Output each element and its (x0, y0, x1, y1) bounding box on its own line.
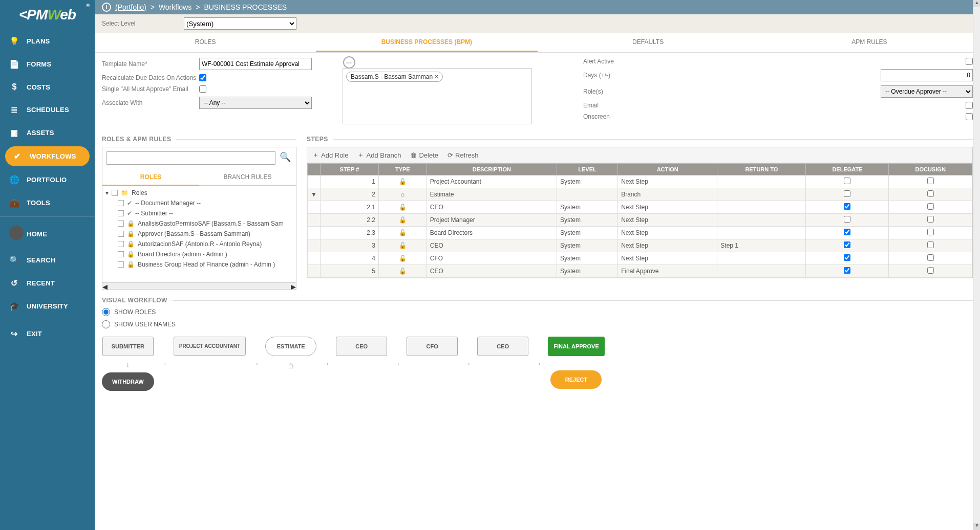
tree-item[interactable]: ✔-- Submitter -- (104, 208, 294, 218)
tree-scrollbar[interactable]: ◀▶ (102, 283, 296, 289)
step-row[interactable]: 1🔓Project AccountantSystemNext Step (308, 175, 972, 188)
breadcrumb-portfolio[interactable]: (Portfolio) (115, 3, 146, 11)
expand-icon[interactable] (308, 239, 321, 252)
template-name-input[interactable] (199, 58, 312, 70)
onscreen-checkbox[interactable] (966, 113, 973, 120)
tree-item[interactable]: 🔒Approver (Bassam.S - Bassam Samman) (104, 229, 294, 239)
roles-dropdown[interactable]: -- Overdue Approver -- (881, 85, 973, 98)
nav-university[interactable]: 🎓UNIVERSITY (0, 295, 95, 318)
doc-checkbox[interactable] (927, 241, 934, 248)
delete-button[interactable]: 🗑Delete (410, 150, 438, 160)
doc-checkbox[interactable] (927, 203, 934, 210)
del-checkbox[interactable] (844, 267, 850, 274)
nav-forms[interactable]: 📄FORMS (0, 53, 95, 76)
users-tag-area[interactable]: ••• Bassam.S - Bassam Samman× (343, 68, 532, 124)
expand-icon[interactable] (308, 175, 321, 188)
tab-roles[interactable]: ROLES (95, 33, 316, 52)
nav-schedules[interactable]: ≣SCHEDULES (0, 98, 95, 121)
nav-plans[interactable]: 💡PLANS (0, 30, 95, 53)
show-users-radio[interactable]: SHOW USER NAMES (102, 320, 973, 328)
email-checkbox[interactable] (966, 102, 973, 109)
show-roles-radio[interactable]: SHOW ROLES (102, 308, 973, 316)
tree-checkbox[interactable] (118, 200, 124, 206)
flow-estimate[interactable]: ESTIMATE (265, 337, 316, 356)
tree-checkbox[interactable] (118, 210, 124, 216)
nav-exit[interactable]: ↪EXIT (0, 322, 95, 345)
step-row[interactable]: ▼2⌂EstimateBranch (308, 188, 972, 201)
doc-checkbox[interactable] (927, 178, 934, 184)
tree-checkbox[interactable] (118, 241, 124, 247)
tree-item[interactable]: 🔒Business Group Head of Finance (admin -… (104, 259, 294, 270)
tree-item[interactable]: 🔒AnalisisGastoPermisoSAF (Bassam.S - Bas… (104, 218, 294, 229)
flow-ceo-2[interactable]: CEO (477, 337, 528, 356)
del-checkbox[interactable] (844, 229, 850, 235)
nav-assets[interactable]: ▦ASSETS (0, 121, 95, 144)
step-row[interactable]: 5🔓CEOSystemFinal Approve (308, 265, 972, 278)
nav-search[interactable]: 🔍SEARCH (0, 249, 95, 272)
nav-home[interactable]: HOME (0, 219, 95, 249)
refresh-button[interactable]: ⟳Refresh (448, 150, 479, 160)
tab-apm-rules[interactable]: APM RULES (759, 33, 980, 52)
doc-checkbox[interactable] (927, 267, 934, 274)
tab-defaults[interactable]: DEFAULTS (538, 33, 759, 52)
nav-tools[interactable]: 💼TOOLS (0, 191, 95, 214)
flow-cfo[interactable]: CFO (407, 337, 458, 356)
flow-project-accountant[interactable]: PROJECT ACCOUNTANT (174, 337, 246, 356)
alert-active-checkbox[interactable] (966, 58, 973, 65)
tree-checkbox[interactable] (118, 220, 124, 227)
expand-icon[interactable] (308, 252, 321, 265)
expand-icon[interactable] (308, 227, 321, 239)
step-row[interactable]: 2.3🔓Board DirectorsSystemNext Step (308, 227, 972, 239)
nav-portfolio[interactable]: 🌐PORTFOLIO (0, 168, 95, 191)
associate-dropdown[interactable]: -- Any -- (199, 97, 312, 109)
add-role-button[interactable]: ＋Add Role (312, 150, 348, 160)
tree-checkbox[interactable] (118, 261, 124, 268)
del-checkbox[interactable] (844, 241, 850, 248)
tree-item[interactable]: 🔒AutorizacionSAF (Antonio.R - Antonio Re… (104, 239, 294, 249)
single-email-checkbox[interactable] (199, 85, 206, 93)
doc-checkbox[interactable] (927, 216, 934, 223)
roles-tab-roles[interactable]: ROLES (102, 169, 199, 186)
flow-reject[interactable]: REJECT (550, 370, 602, 389)
del-checkbox[interactable] (844, 254, 850, 261)
tree-item[interactable]: ✔-- Document Manager -- (104, 198, 294, 208)
days-input[interactable] (881, 69, 973, 81)
expand-icon[interactable] (308, 201, 321, 214)
flow-final-approve[interactable]: FINAL APPROVE (548, 337, 605, 356)
search-icon[interactable]: 🔍 (279, 151, 292, 165)
step-row[interactable]: 4🔓CFOSystemNext Step (308, 252, 972, 265)
del-checkbox[interactable] (844, 216, 850, 223)
more-icon[interactable]: ••• (343, 56, 355, 69)
del-checkbox[interactable] (844, 203, 850, 210)
del-checkbox[interactable] (844, 190, 850, 197)
del-checkbox[interactable] (844, 178, 850, 184)
nav-costs[interactable]: $COSTS (0, 76, 95, 98)
nav-recent[interactable]: ↺RECENT (0, 272, 95, 295)
flow-ceo-1[interactable]: CEO (336, 337, 387, 356)
nav-workflows[interactable]: ✔WORKFLOWS (5, 146, 90, 166)
step-row[interactable]: 2.2🔓Project ManagerSystemNext Step (308, 214, 972, 227)
roles-search-input[interactable] (106, 151, 275, 165)
doc-checkbox[interactable] (927, 190, 934, 197)
doc-checkbox[interactable] (927, 254, 934, 261)
tag-remove-icon[interactable]: × (435, 73, 438, 80)
select-level-dropdown[interactable]: (System) (184, 17, 296, 30)
tree-root[interactable]: ▾📁Roles (104, 188, 294, 198)
step-row[interactable]: 3🔓CEOSystemNext StepStep 1 (308, 239, 972, 252)
tab-business-processes-bpm-[interactable]: BUSINESS PROCESSES (BPM) (316, 33, 537, 52)
tree-checkbox[interactable] (118, 251, 124, 257)
tree-item[interactable]: 🔒Board Directors (admin - Admin ) (104, 249, 294, 259)
recalc-checkbox[interactable] (199, 74, 206, 81)
info-icon[interactable]: i (102, 3, 111, 12)
expand-icon[interactable] (308, 265, 321, 278)
tree-checkbox[interactable] (118, 231, 124, 237)
expand-icon[interactable]: ▼ (308, 188, 321, 201)
flow-submitter[interactable]: SUBMITTER (102, 337, 154, 356)
page-scrollbar[interactable]: ▲ ▼ (973, 0, 980, 530)
flow-withdraw[interactable]: WITHDRAW (102, 372, 154, 391)
expand-icon[interactable] (308, 214, 321, 227)
add-branch-button[interactable]: ＋Add Branch (357, 150, 401, 160)
doc-checkbox[interactable] (927, 229, 934, 235)
roles-tree[interactable]: ▾📁Roles✔-- Document Manager --✔-- Submit… (102, 186, 296, 283)
step-row[interactable]: 2.1🔓CEOSystemNext Step (308, 201, 972, 214)
